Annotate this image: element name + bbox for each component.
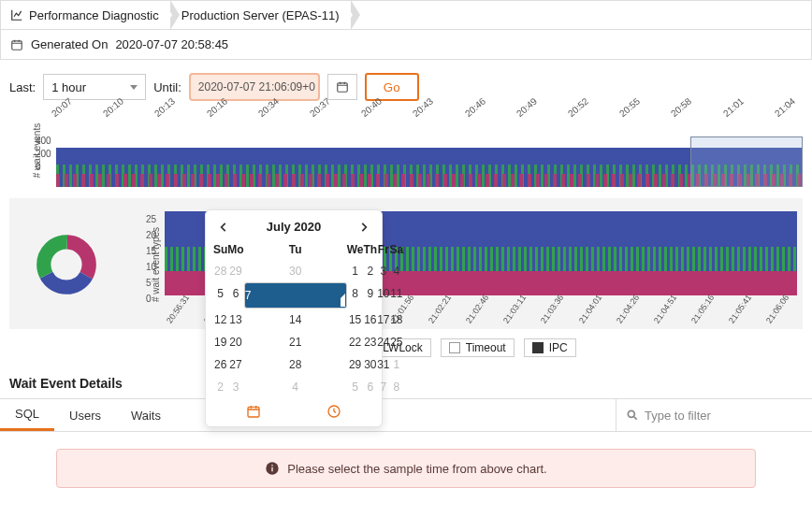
calendar-day[interactable]: 14 — [244, 309, 347, 331]
calendar-day[interactable]: 1 — [347, 260, 364, 282]
search-icon — [626, 409, 639, 422]
legend-item[interactable]: Timeout — [441, 338, 515, 357]
filter-placeholder: Type to filter — [645, 409, 711, 423]
chart2-xtick: 21:05:41 — [727, 293, 753, 324]
until-label: Until: — [153, 80, 181, 94]
calendar-day[interactable]: 10 — [377, 282, 389, 309]
chart1-brush[interactable] — [690, 136, 803, 187]
legend-swatch — [532, 342, 544, 353]
svg-point-7 — [628, 410, 634, 417]
calendar-day[interactable]: 29 — [347, 353, 364, 376]
calendar-day[interactable]: 9 — [363, 282, 377, 309]
calendar-dow: Th — [363, 239, 377, 260]
calendar-day[interactable]: 8 — [390, 376, 404, 398]
calendar-day[interactable]: 3 — [227, 376, 243, 398]
calendar-button[interactable] — [327, 74, 357, 100]
calendar-day[interactable]: 30 — [363, 353, 377, 376]
calendar-day[interactable]: 25 — [390, 331, 404, 353]
calendar-day[interactable]: 3 — [377, 260, 389, 282]
chart2-xtick: 21:04:26 — [615, 293, 641, 324]
until-value: 2020-07-07 21:06:09+0 — [198, 80, 315, 93]
calendar-day[interactable]: 31 — [377, 353, 389, 376]
calendar-today-icon[interactable] — [246, 404, 261, 419]
calendar-day[interactable]: 6 — [363, 376, 377, 398]
calendar-day[interactable]: 7 — [377, 376, 389, 398]
next-month-button[interactable] — [357, 221, 370, 234]
svg-point-4 — [44, 242, 89, 287]
svg-rect-5 — [248, 407, 259, 417]
legend-label: Timeout — [466, 341, 506, 354]
calendar-day[interactable]: 17 — [377, 309, 389, 331]
chart2-xtick: 21:03:36 — [539, 293, 565, 324]
calendar-day[interactable]: 1 — [390, 353, 404, 376]
calendar-day[interactable]: 23 — [363, 331, 377, 353]
calendar-day[interactable]: 5 — [213, 282, 227, 309]
calendar-day[interactable]: 12 — [213, 309, 227, 331]
calendar-day[interactable]: 13 — [227, 309, 243, 331]
generated-row: Generated On 2020-07-07 20:58:45 — [0, 30, 812, 60]
calendar-dow: Su — [213, 239, 227, 260]
wait-events-chart[interactable]: 20:0720:1020:1320:1620:3420:3720:4020:43… — [9, 108, 803, 193]
calendar-day[interactable]: 7 — [244, 282, 347, 309]
calendar-day[interactable]: 21 — [244, 331, 347, 353]
calendar-day[interactable]: 24 — [377, 331, 389, 353]
calendar-day[interactable]: 18 — [390, 309, 404, 331]
calendar-day[interactable]: 29 — [227, 260, 243, 282]
svg-rect-10 — [272, 465, 273, 466]
tab-sql[interactable]: SQL — [0, 399, 54, 431]
calendar-day[interactable]: 11 — [390, 282, 404, 309]
chart2-ytick: 15 — [146, 243, 156, 259]
go-button[interactable]: Go — [365, 73, 419, 101]
calendar-day[interactable]: 28 — [213, 260, 227, 282]
calendar-day[interactable]: 26 — [213, 353, 227, 376]
calendar-day[interactable]: 5 — [347, 376, 364, 398]
calendar-icon — [10, 38, 23, 51]
chart1-ytick: 0 — [36, 161, 51, 174]
calendar-day[interactable]: 8 — [347, 282, 364, 309]
until-input[interactable]: 2020-07-07 21:06:09+0 — [189, 73, 320, 101]
datepicker-popup: July 2020 SuMoTuWeThFrSa2829301234567891… — [205, 209, 383, 427]
legend-swatch — [449, 342, 460, 353]
breadcrumb-root[interactable]: Performance Diagnostic — [1, 1, 170, 29]
tab-waits[interactable]: Waits — [116, 401, 176, 430]
chart1-ytick: 200 — [36, 148, 51, 161]
alert-text: Please select the sample time from above… — [287, 462, 546, 476]
prev-month-button[interactable] — [217, 221, 230, 234]
chart1-ytick: 400 — [36, 135, 51, 148]
calendar-day[interactable]: 16 — [363, 309, 377, 331]
chart2-xtick: 21:04:51 — [652, 293, 678, 324]
wait-type-donut — [15, 204, 118, 325]
calendar-day[interactable]: 30 — [244, 260, 347, 282]
calendar-day[interactable]: 28 — [244, 353, 347, 376]
calendar-day[interactable]: 4 — [244, 376, 347, 398]
calendar-day[interactable]: 27 — [227, 353, 243, 376]
calendar-day[interactable]: 15 — [347, 309, 364, 331]
calendar-dow: Mo — [227, 239, 243, 260]
breadcrumb-server[interactable]: Production Server (EPAS-11) — [172, 1, 351, 29]
filter-input[interactable]: Type to filter — [616, 399, 812, 431]
calendar-day[interactable]: 20 — [227, 331, 243, 353]
calendar-day[interactable]: 6 — [227, 282, 243, 309]
calendar-day[interactable]: 22 — [347, 331, 364, 353]
calendar-dow: Fr — [377, 239, 389, 260]
last-label: Last: — [9, 80, 36, 94]
breadcrumb-label: Performance Diagnostic — [29, 8, 159, 22]
legend-item[interactable]: IPC — [524, 338, 576, 357]
chart2-ytick: 20 — [146, 227, 156, 243]
last-select[interactable]: 1 hour — [43, 74, 146, 100]
calendar-day[interactable]: 4 — [390, 260, 404, 282]
calendar-dow: Tu — [244, 239, 347, 260]
calendar-dow: Sa — [390, 239, 404, 260]
generated-value: 2020-07-07 20:58:45 — [115, 37, 228, 51]
tab-users[interactable]: Users — [54, 401, 116, 430]
last-value: 1 hour — [51, 80, 86, 94]
calendar-day[interactable]: 2 — [213, 376, 227, 398]
calendar-day[interactable]: 2 — [363, 260, 377, 282]
calendar-day[interactable]: 19 — [213, 331, 227, 353]
generated-label: Generated On — [31, 37, 108, 51]
calendar-dow: We — [347, 239, 364, 260]
chart2-xtick: 21:04:01 — [577, 293, 603, 324]
wait-event-details-title: Wait Event Details — [0, 372, 812, 395]
calendar-clock-icon[interactable] — [326, 404, 341, 419]
legend-label: IPC — [549, 341, 568, 354]
